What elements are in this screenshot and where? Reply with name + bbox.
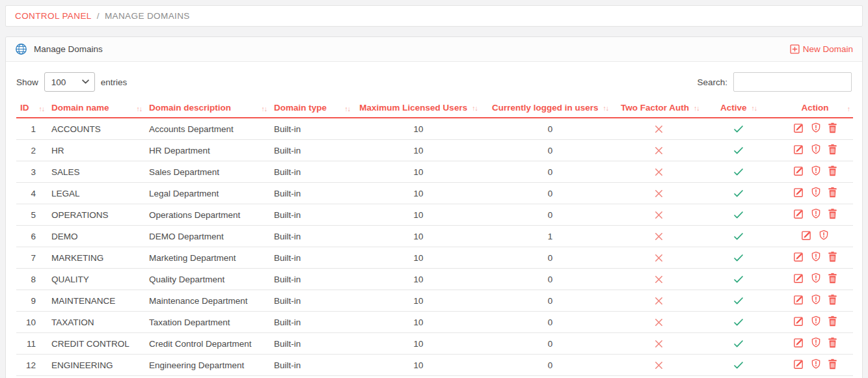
edit-icon[interactable] — [793, 208, 804, 219]
edit-icon[interactable] — [793, 316, 804, 327]
id-cell: 10 — [16, 312, 47, 333]
check-icon — [733, 168, 744, 176]
id-cell: 9 — [16, 290, 47, 312]
cross-icon — [654, 124, 664, 134]
cross-icon — [654, 210, 664, 220]
column-label: Action — [802, 103, 829, 113]
sort-icon[interactable]: ↑ — [847, 105, 850, 113]
table-header-row: ID↑↓Domain name↑↓Domain description↑↓Dom… — [16, 101, 853, 118]
trash-icon[interactable] — [828, 165, 837, 176]
domain-name-cell: MARKETING — [47, 247, 145, 269]
domain-type-cell: Built-in — [270, 247, 353, 269]
edit-icon[interactable] — [793, 187, 804, 198]
active-cell — [700, 269, 777, 290]
sort-icon[interactable]: ↑↓ — [39, 105, 45, 113]
sort-icon[interactable]: ↑↓ — [752, 104, 757, 112]
shield-alert-icon[interactable] — [811, 316, 821, 327]
logged-in-users-cell: 0 — [483, 355, 617, 376]
action-cell — [777, 333, 853, 355]
new-domain-button[interactable]: New Domain — [790, 44, 853, 54]
domain-name-cell: HR — [47, 140, 145, 161]
cross-icon — [654, 360, 664, 370]
trash-icon[interactable] — [828, 144, 837, 155]
active-cell — [700, 140, 777, 161]
edit-icon[interactable] — [793, 337, 804, 348]
cross-icon — [654, 253, 664, 263]
shield-alert-icon[interactable] — [811, 187, 821, 198]
table-row: 7MARKETINGMarketing DepartmentBuilt-in10… — [16, 247, 853, 269]
column-label: Two Factor Auth — [621, 103, 689, 113]
active-cell — [700, 226, 777, 247]
trash-icon[interactable] — [828, 187, 837, 198]
sort-icon[interactable]: ↑↓ — [603, 104, 609, 112]
domain-name-cell: TAXATION — [47, 312, 145, 333]
edit-icon[interactable] — [793, 251, 804, 262]
column-header-domain-name[interactable]: Domain name↑↓ — [47, 101, 145, 118]
column-header-active[interactable]: Active↑↓ — [700, 101, 777, 118]
domain-description-cell: Engineering Department — [145, 355, 270, 376]
trash-icon[interactable] — [828, 122, 837, 133]
column-header-action[interactable]: Action↑ — [777, 101, 853, 118]
manage-domains-panel: Manage Domains New Domain Show 100 — [5, 36, 863, 378]
trash-icon[interactable] — [828, 337, 837, 348]
shield-alert-icon[interactable] — [811, 165, 821, 176]
column-header-currently-logged-in-users[interactable]: Currently logged in users↑↓ — [483, 101, 617, 118]
search-control: Search: — [697, 72, 852, 92]
shield-alert-icon[interactable] — [811, 251, 821, 262]
edit-icon[interactable] — [793, 165, 804, 176]
action-cell — [777, 161, 853, 183]
sort-icon[interactable]: ↑↓ — [137, 105, 142, 113]
shield-alert-icon[interactable] — [811, 273, 821, 284]
page-length-select[interactable]: 100 — [44, 72, 95, 92]
id-cell: 5 — [16, 204, 47, 226]
column-header-maximum-licensed-users[interactable]: Maximum Licensed Users↑↓ — [353, 101, 483, 118]
search-label: Search: — [697, 77, 727, 87]
edit-icon[interactable] — [793, 144, 804, 155]
two-factor-cell — [617, 118, 700, 140]
logged-in-users-cell: 0 — [483, 333, 617, 355]
trash-icon[interactable] — [828, 358, 837, 370]
column-label: Domain type — [274, 103, 327, 113]
check-icon — [733, 297, 744, 305]
trash-icon[interactable] — [828, 273, 837, 284]
active-cell — [700, 333, 777, 355]
trash-icon[interactable] — [828, 294, 837, 305]
plus-square-icon — [790, 44, 800, 54]
shield-alert-icon[interactable] — [811, 122, 821, 133]
shield-alert-icon[interactable] — [811, 144, 821, 155]
action-cell — [777, 226, 853, 247]
search-input[interactable] — [733, 72, 852, 92]
active-cell — [700, 290, 777, 312]
sort-icon[interactable]: ↑↓ — [694, 104, 699, 112]
column-header-id[interactable]: ID↑↓ — [16, 101, 47, 118]
two-factor-cell — [617, 140, 700, 161]
edit-icon[interactable] — [793, 122, 804, 133]
trash-icon[interactable] — [828, 316, 837, 327]
logged-in-users-cell: 0 — [483, 161, 617, 183]
edit-icon[interactable] — [801, 230, 812, 241]
sort-icon[interactable]: ↑↓ — [345, 105, 351, 113]
breadcrumb-control-panel[interactable]: CONTROL PANEL — [15, 11, 92, 21]
shield-alert-icon[interactable] — [819, 230, 829, 241]
column-header-two-factor-auth[interactable]: Two Factor Auth↑↓ — [617, 101, 700, 118]
shield-alert-icon[interactable] — [811, 358, 821, 370]
edit-icon[interactable] — [793, 273, 804, 284]
shield-alert-icon[interactable] — [811, 208, 821, 219]
trash-icon[interactable] — [828, 251, 837, 262]
shield-alert-icon[interactable] — [811, 294, 821, 305]
sort-icon[interactable]: ↑↓ — [472, 104, 478, 112]
id-cell: 1 — [16, 118, 47, 140]
domain-type-cell: Built-in — [270, 140, 353, 161]
column-header-domain-description[interactable]: Domain description↑↓ — [145, 101, 270, 118]
domain-name-cell: ACCOUNTS — [47, 118, 145, 140]
edit-icon[interactable] — [793, 358, 804, 370]
sort-icon[interactable]: ↑↓ — [262, 105, 267, 113]
column-header-domain-type[interactable]: Domain type↑↓ — [270, 101, 353, 118]
logged-in-users-cell: 0 — [483, 183, 617, 204]
trash-icon[interactable] — [828, 208, 837, 219]
domain-type-cell: Built-in — [270, 204, 353, 226]
table-row: 6DEMODEMO DepartmentBuilt-in101 — [16, 226, 853, 247]
edit-icon[interactable] — [793, 294, 804, 305]
cross-icon — [654, 275, 664, 284]
shield-alert-icon[interactable] — [811, 337, 821, 348]
